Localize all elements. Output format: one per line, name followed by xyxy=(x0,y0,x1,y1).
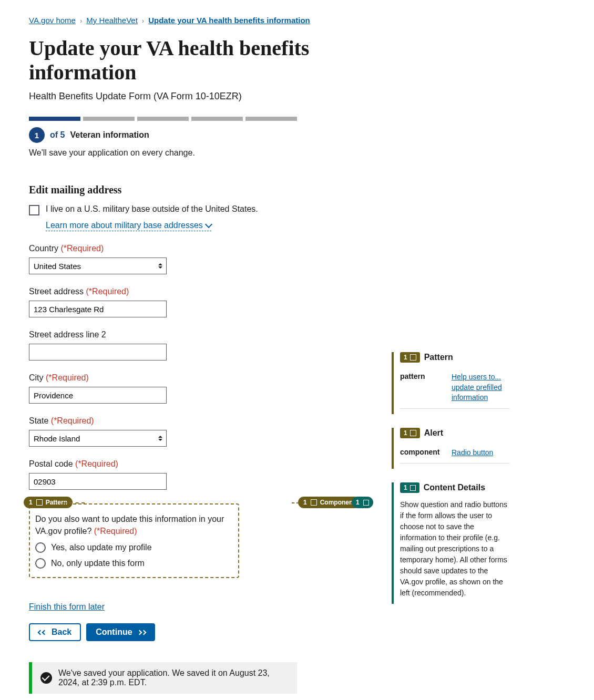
section-title: Edit mailing address xyxy=(29,184,339,196)
state-select[interactable] xyxy=(29,430,167,447)
crumb-mhv[interactable]: My HealtheVet xyxy=(86,16,138,25)
finish-later-link[interactable]: Finish this form later xyxy=(29,602,105,612)
page-title: Update your VA health benefits informati… xyxy=(29,36,339,85)
card-title: Pattern xyxy=(424,353,453,362)
chevron-right-icon: › xyxy=(142,17,144,25)
content-details-card: 1 Content Details Show question and radi… xyxy=(392,482,509,604)
required-indicator: (*Required) xyxy=(60,244,104,253)
save-banner-text: We've saved your application. We saved i… xyxy=(58,668,289,687)
street-input[interactable] xyxy=(29,301,167,317)
city-label: City xyxy=(29,373,44,382)
badge-num: 1 xyxy=(404,429,407,437)
back-button-label: Back xyxy=(52,627,71,637)
note-icon xyxy=(410,485,416,491)
street-label: Street address xyxy=(29,287,84,296)
crumb-current[interactable]: Update your VA health benefits informati… xyxy=(148,16,310,25)
note-icon xyxy=(363,500,369,506)
country-label: Country xyxy=(29,244,58,253)
page-subtitle: Health Benefits Update Form (VA Form 10-… xyxy=(29,91,339,102)
crumb-home[interactable]: VA.gov home xyxy=(29,16,76,25)
progress-bar: 1 of 5 Veteran information We'll save yo… xyxy=(29,117,339,158)
breadcrumb: VA.gov home › My HealtheVet › Update you… xyxy=(29,16,339,25)
badge-num: 1 xyxy=(404,484,407,491)
tag-number: 1 xyxy=(303,499,307,506)
state-label: State xyxy=(29,416,48,425)
progress-segment-1 xyxy=(29,117,80,121)
country-select[interactable] xyxy=(29,258,167,274)
chevron-right-icon: › xyxy=(80,17,82,25)
city-input[interactable] xyxy=(29,387,167,404)
card-badge: 1 xyxy=(400,482,419,493)
crop-icon xyxy=(410,354,416,361)
progress-segment-5 xyxy=(245,117,297,121)
step-number-badge: 1 xyxy=(29,127,45,143)
dash-connector xyxy=(292,502,299,503)
radio-yes-label: Yes, also update my profile xyxy=(51,543,152,552)
radio-no[interactable] xyxy=(35,558,46,569)
progress-segment-2 xyxy=(83,117,135,121)
street2-input[interactable] xyxy=(29,344,167,361)
step-of-text: of 5 xyxy=(50,130,65,140)
tag-number: 1 xyxy=(356,499,360,506)
required-indicator: (*Required) xyxy=(51,416,94,425)
annotation-tag-content: 1 xyxy=(352,497,373,508)
card-body-text: Show question and radio buttons if the f… xyxy=(400,499,509,599)
select-caret-icon xyxy=(158,263,162,269)
continue-button[interactable]: Continue xyxy=(86,623,155,641)
double-chevron-left-icon xyxy=(38,631,46,634)
badge-num: 1 xyxy=(404,354,407,361)
crop-icon xyxy=(410,430,416,436)
crop-icon xyxy=(36,499,43,506)
required-indicator: (*Required) xyxy=(94,527,137,536)
save-confirmation-banner: We've saved your application. We saved i… xyxy=(29,662,297,694)
card-badge: 1 xyxy=(400,352,420,363)
street2-label: Street address line 2 xyxy=(29,330,106,339)
dash-connector xyxy=(64,502,85,503)
step-name: Veteran information xyxy=(70,130,149,140)
required-indicator: (*Required) xyxy=(75,459,118,468)
chevron-down-icon xyxy=(205,221,212,228)
autosave-note: We'll save your application on every cha… xyxy=(29,148,339,158)
card-title: Content Details xyxy=(424,483,485,492)
card-key: pattern xyxy=(400,372,443,403)
pattern-card: 1 Pattern pattern Help users to... updat… xyxy=(392,352,509,414)
progress-segment-4 xyxy=(191,117,243,121)
tag-label: Component xyxy=(320,499,355,506)
learn-more-text: Learn more about military base addresses xyxy=(46,221,203,230)
radio-yes[interactable] xyxy=(35,542,46,553)
back-button[interactable]: Back xyxy=(29,623,81,641)
card-key: component xyxy=(400,448,443,458)
required-indicator: (*Required) xyxy=(86,287,129,296)
update-profile-question: Do you also want to update this informat… xyxy=(29,503,239,578)
learn-more-military-base[interactable]: Learn more about military base addresses xyxy=(46,221,211,231)
progress-segment-3 xyxy=(137,117,189,121)
card-badge: 1 xyxy=(400,428,420,438)
annotation-tag-component: 1 Component xyxy=(298,497,360,508)
tag-number: 1 xyxy=(29,499,33,506)
postal-label: Postal code xyxy=(29,459,73,468)
military-base-label: I live on a U.S. military base outside o… xyxy=(46,204,258,214)
check-circle-icon xyxy=(40,672,52,684)
crop-icon xyxy=(311,499,317,506)
double-chevron-right-icon xyxy=(138,631,146,634)
select-caret-icon xyxy=(158,436,162,441)
required-indicator: (*Required) xyxy=(46,373,89,382)
postal-input[interactable] xyxy=(29,473,167,490)
card-value-link[interactable]: Help users to... update prefilled inform… xyxy=(452,372,509,403)
card-title: Alert xyxy=(424,428,443,438)
radio-no-label: No, only update this form xyxy=(51,559,145,568)
alert-card: 1 Alert component Radio button xyxy=(392,428,509,469)
card-value-link[interactable]: Radio button xyxy=(452,448,509,458)
military-base-checkbox[interactable] xyxy=(29,205,39,215)
continue-button-label: Continue xyxy=(96,627,132,637)
